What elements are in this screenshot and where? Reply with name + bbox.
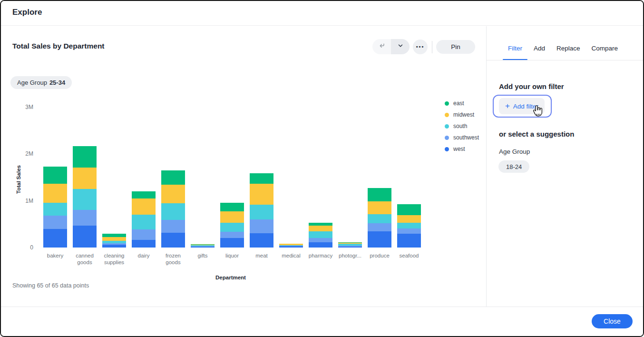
bar-segment-east-frozen-goods[interactable] (161, 170, 185, 185)
bar-segment-midwest-frozen-goods[interactable] (161, 185, 185, 203)
bar-segment-east-meat[interactable] (250, 173, 273, 184)
bar-segment-southwest-gifts[interactable] (191, 246, 215, 247)
bar-segment-south-gifts[interactable] (191, 245, 215, 246)
bar-segment-south-bakery[interactable] (43, 203, 67, 216)
bar-segment-south-cleaning-supplies[interactable] (102, 241, 126, 243)
bar-segment-south-liquor[interactable] (220, 223, 244, 232)
suggestion-heading: or select a suggestion (499, 130, 574, 138)
bar-segment-west-produce[interactable] (368, 231, 391, 248)
suggestion-chip-18-24[interactable]: 18-24 (498, 160, 529, 173)
legend-dot-south (445, 124, 449, 129)
x-category-label: canned goods (69, 252, 100, 266)
bar-segment-southwest-canned-goods[interactable] (73, 210, 97, 226)
bar-segment-south-canned-goods[interactable] (73, 189, 97, 210)
bar-segment-east-liquor[interactable] (220, 203, 244, 211)
legend-label-south: south (453, 123, 467, 129)
tab-replace[interactable]: Replace (556, 37, 580, 60)
legend-dot-midwest (445, 113, 449, 117)
bar-segment-midwest-bakery[interactable] (43, 184, 67, 203)
bar-segment-southwest-produce[interactable] (368, 223, 391, 231)
bar-segment-west-gifts[interactable] (191, 247, 215, 248)
dialog-footer: Close (1, 307, 643, 336)
bar-segment-midwest-meat[interactable] (250, 184, 273, 205)
bar-segment-southwest-cleaning-supplies[interactable] (102, 243, 126, 245)
bar-segment-midwest-pharmacy[interactable] (309, 226, 332, 231)
bar-segment-east-seafood[interactable] (397, 204, 421, 215)
x-category-label: cleaning supplies (99, 252, 129, 266)
bar-segment-midwest-dairy[interactable] (132, 198, 156, 215)
dialog-header: Explore (1, 1, 643, 26)
bar-segment-midwest-gifts[interactable] (191, 245, 215, 245)
bar-segment-east-canned-goods[interactable] (73, 146, 97, 168)
bar-segment-west-liquor[interactable] (220, 238, 244, 248)
bar-segment-southwest-photogr-[interactable] (338, 246, 362, 247)
bar-segment-midwest-photogr-[interactable] (338, 243, 362, 244)
y-tick-0: 0 (10, 244, 33, 251)
y-tick-3M: 3M (10, 104, 33, 110)
legend-item-midwest[interactable]: midwest (445, 109, 479, 120)
bar-segment-west-frozen-goods[interactable] (161, 233, 185, 248)
bar-segment-south-meat[interactable] (250, 205, 273, 219)
x-category-label: liquor (217, 252, 247, 259)
x-category-label: dairy (128, 252, 159, 259)
bar-segment-west-medical[interactable] (279, 246, 303, 248)
legend-item-south[interactable]: south (445, 120, 479, 132)
bar-segment-west-dairy[interactable] (132, 240, 156, 248)
x-category-label: bakery (40, 252, 70, 259)
bar-segment-west-pharmacy[interactable] (309, 242, 332, 248)
bar-segment-midwest-produce[interactable] (368, 201, 391, 214)
bar-segment-midwest-cleaning-supplies[interactable] (102, 237, 126, 241)
bar-segment-southwest-dairy[interactable] (132, 229, 156, 240)
close-button-label: Close (604, 317, 621, 325)
legend-item-east[interactable]: east (445, 98, 479, 109)
bar-segment-southwest-seafood[interactable] (397, 228, 421, 234)
bar-segment-west-cleaning-supplies[interactable] (102, 245, 126, 248)
bar-segment-midwest-seafood[interactable] (397, 215, 421, 223)
bar-segment-south-frozen-goods[interactable] (161, 203, 185, 220)
bar-segment-midwest-medical[interactable] (279, 244, 303, 245)
legend-label-southwest: southwest (453, 134, 479, 141)
legend-label-west: west (453, 146, 465, 152)
legend-item-southwest[interactable]: southwest (445, 132, 479, 143)
tab-add[interactable]: Add (534, 37, 545, 60)
bar-segment-south-photogr-[interactable] (338, 244, 362, 246)
bar-segment-east-photogr-[interactable] (338, 242, 362, 243)
bar-segment-south-dairy[interactable] (132, 215, 156, 229)
bar-segment-east-pharmacy[interactable] (309, 223, 332, 226)
bar-segment-southwest-medical[interactable] (279, 246, 303, 246)
bar-segment-east-produce[interactable] (368, 188, 391, 201)
bar-segment-east-bakery[interactable] (43, 167, 67, 184)
bar-segment-south-pharmacy[interactable] (309, 231, 332, 238)
bar-segment-southwest-pharmacy[interactable] (309, 238, 332, 242)
bar-segment-midwest-canned-goods[interactable] (73, 168, 97, 189)
suggestion-chip-label: 18-24 (506, 163, 522, 170)
add-filter-button[interactable]: + Add filter (499, 98, 545, 114)
bar-segment-west-meat[interactable] (250, 233, 273, 248)
data-points-status: Showing 65 of 65 data points (12, 282, 89, 289)
close-button[interactable]: Close (592, 314, 633, 328)
bar-segment-west-seafood[interactable] (397, 234, 421, 248)
filter-panel: FilterAddReplaceCompare Add your own fil… (486, 26, 643, 307)
panel-tabs: FilterAddReplaceCompare (487, 26, 643, 60)
bar-segment-south-medical[interactable] (279, 245, 303, 246)
bar-segment-east-cleaning-supplies[interactable] (102, 234, 126, 237)
bar-segment-southwest-frozen-goods[interactable] (161, 220, 185, 233)
bar-segment-west-bakery[interactable] (43, 229, 67, 248)
bar-segment-west-photogr-[interactable] (338, 247, 362, 248)
tab-compare[interactable]: Compare (592, 37, 618, 60)
bar-segment-southwest-liquor[interactable] (220, 232, 244, 238)
x-category-label: seafood (394, 252, 424, 259)
bar-segment-west-canned-goods[interactable] (73, 226, 97, 248)
bar-segment-southwest-meat[interactable] (250, 219, 273, 233)
bar-segment-south-seafood[interactable] (397, 223, 421, 228)
bar-segment-southwest-bakery[interactable] (43, 216, 67, 229)
y-tick-2M: 2M (10, 150, 33, 157)
bar-segment-east-dairy[interactable] (132, 191, 156, 198)
legend-item-west[interactable]: west (445, 143, 479, 155)
x-category-label: pharmacy (305, 252, 336, 259)
bar-segment-south-produce[interactable] (368, 214, 391, 223)
x-category-label: gifts (187, 252, 218, 259)
tab-filter[interactable]: Filter (508, 37, 522, 60)
bar-segment-midwest-liquor[interactable] (220, 211, 244, 223)
bar-segment-east-gifts[interactable] (191, 244, 215, 245)
